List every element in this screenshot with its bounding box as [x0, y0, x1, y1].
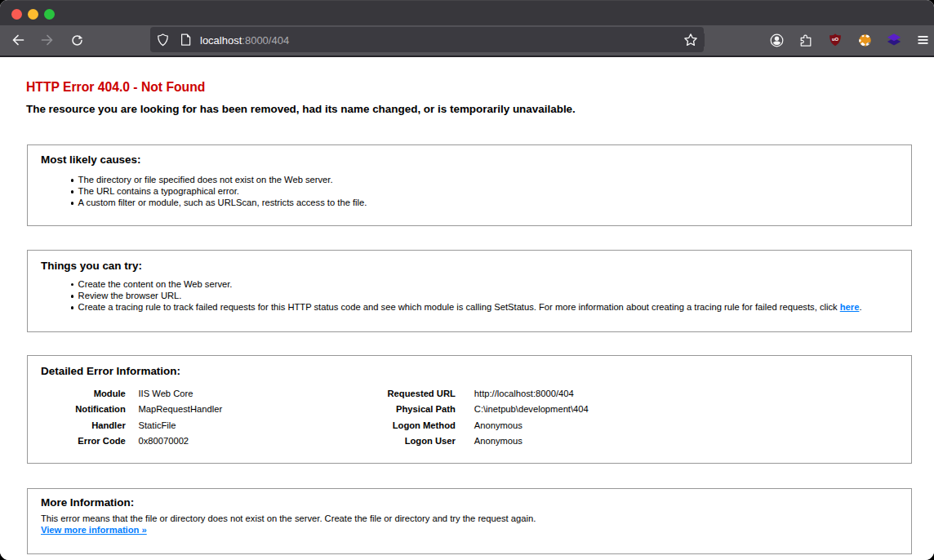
svg-text:uO: uO — [832, 37, 839, 42]
